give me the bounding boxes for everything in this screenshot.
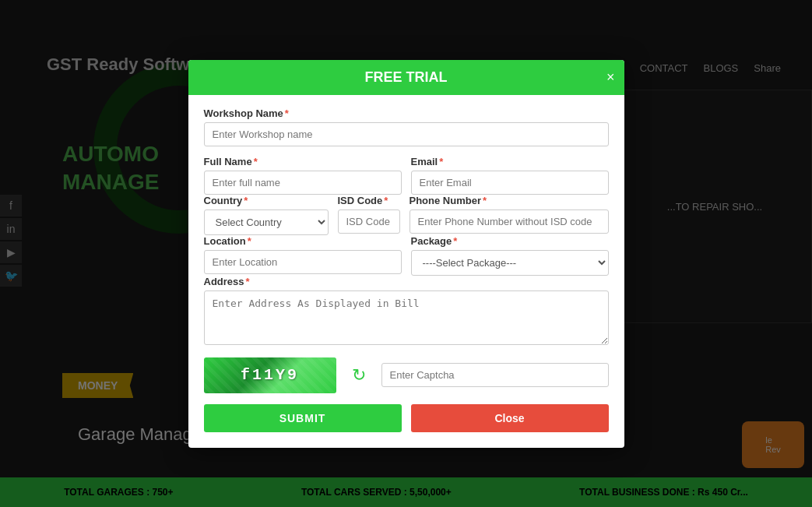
captcha-refresh-button[interactable]: ↻	[346, 362, 372, 389]
address-label: Address*	[204, 276, 609, 287]
country-group: Country* Select Country India USA UK Aus…	[204, 195, 329, 235]
isd-code-group: ISD Code*	[338, 195, 400, 235]
phone-label: Phone Number*	[410, 195, 609, 206]
submit-button[interactable]: SUBMIT	[204, 404, 402, 432]
email-input[interactable]	[411, 171, 609, 195]
full-name-input[interactable]	[204, 171, 402, 195]
captcha-input[interactable]	[381, 363, 609, 387]
close-button[interactable]: Close	[411, 404, 609, 432]
country-label: Country*	[204, 195, 329, 206]
package-select[interactable]: ----Select Package--- Basic Standard Pre…	[411, 250, 609, 276]
country-phone-row: Country* Select Country India USA UK Aus…	[204, 195, 609, 235]
full-name-label: Full Name*	[204, 156, 402, 167]
address-textarea[interactable]	[204, 290, 609, 345]
country-select[interactable]: Select Country India USA UK Australia Ca…	[204, 209, 329, 235]
location-package-row: Location* Package* ----Select Package---…	[204, 235, 609, 276]
captcha-text: f11Y9	[241, 366, 299, 384]
button-row: SUBMIT Close	[204, 404, 609, 432]
phone-input[interactable]	[410, 209, 609, 234]
captcha-row: f11Y9 ↻	[204, 357, 609, 393]
location-input[interactable]	[204, 250, 402, 274]
captcha-image: f11Y9	[204, 357, 336, 393]
isd-code-label: ISD Code*	[338, 195, 400, 206]
workshop-name-group: Workshop Name*	[204, 107, 609, 146]
address-group: Address*	[204, 276, 609, 348]
package-label: Package*	[411, 235, 609, 247]
package-group: Package* ----Select Package--- Basic Sta…	[411, 235, 609, 276]
full-name-group: Full Name*	[204, 156, 402, 195]
email-label: Email*	[411, 156, 609, 167]
location-label: Location*	[204, 235, 402, 247]
free-trial-modal: FREE TRIAL × Workshop Name* Full Name* E…	[188, 60, 624, 448]
name-email-row: Full Name* Email*	[204, 156, 609, 195]
email-group: Email*	[411, 156, 609, 195]
workshop-name-input[interactable]	[204, 122, 609, 146]
phone-group: Phone Number*	[410, 195, 609, 235]
isd-code-input[interactable]	[338, 209, 400, 234]
modal-close-button[interactable]: ×	[606, 70, 615, 84]
location-group: Location*	[204, 235, 402, 276]
modal-body: Workshop Name* Full Name* Email*	[188, 95, 624, 448]
modal-title: FREE TRIAL	[365, 69, 448, 85]
workshop-name-label: Workshop Name*	[204, 107, 609, 119]
modal-header: FREE TRIAL ×	[188, 60, 624, 95]
